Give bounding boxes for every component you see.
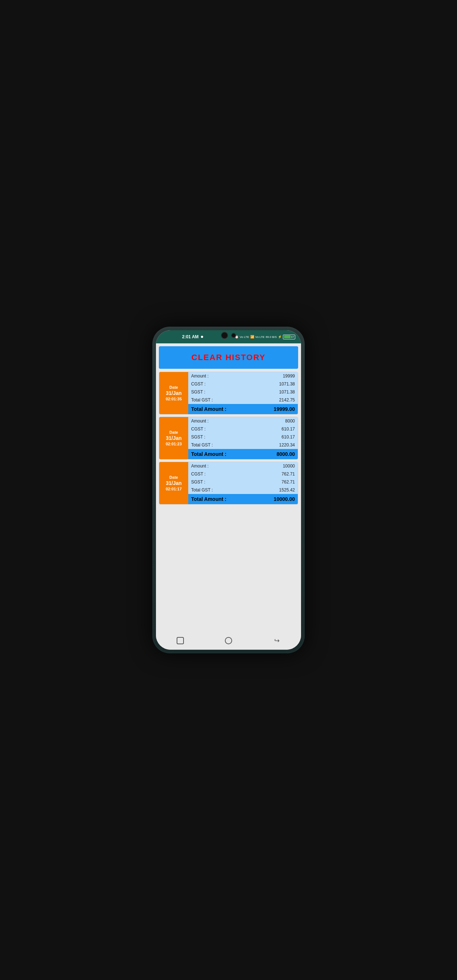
amount-row-2: Amount : 8000 bbox=[188, 417, 298, 425]
cgst-label-3: CGST : bbox=[191, 471, 206, 477]
phone-device: 2:01 AM ⏰ Vo LTE 📶 Vo LTE 69.0 B/S ⚡ 97 … bbox=[152, 327, 305, 653]
sgst-label-2: SGST : bbox=[191, 434, 205, 439]
total-gst-value-1: 2142.75 bbox=[279, 398, 295, 402]
status-left: 2:01 AM bbox=[162, 334, 203, 339]
total-amount-label-2: Total Amount : bbox=[191, 451, 226, 457]
detail-rows-1: Amount : 19999 CGST : 1071.38 SGST : 107… bbox=[188, 372, 298, 404]
sgst-row-2: SGST : 610.17 bbox=[188, 433, 298, 441]
cgst-label-2: CGST : bbox=[191, 426, 206, 431]
phone-screen: 2:01 AM ⏰ Vo LTE 📶 Vo LTE 69.0 B/S ⚡ 97 … bbox=[156, 330, 301, 650]
details-col-2: Amount : 8000 CGST : 610.17 SGST : 610.1… bbox=[188, 417, 298, 459]
nav-bar: ↩ bbox=[156, 632, 301, 650]
vo-lte-label: Vo LTE bbox=[240, 336, 249, 339]
sgst-value-3: 762.71 bbox=[281, 479, 295, 485]
total-amount-value-3: 10000.00 bbox=[274, 496, 295, 502]
detail-rows-2: Amount : 8000 CGST : 610.17 SGST : 610.1… bbox=[188, 417, 298, 449]
total-row-1: Total Amount : 19999.00 bbox=[188, 404, 298, 414]
total-amount-label-1: Total Amount : bbox=[191, 406, 226, 412]
cgst-row-1: CGST : 1071.38 bbox=[188, 380, 298, 388]
detail-rows-3: Amount : 10000 CGST : 762.71 SGST : 762.… bbox=[188, 462, 298, 494]
date-col-3: Date 31/Jan 02:01:17 bbox=[159, 462, 188, 504]
cgst-row-2: CGST : 610.17 bbox=[188, 425, 298, 433]
date-time-3: 02:01:17 bbox=[166, 487, 182, 491]
cgst-value-1: 1071.38 bbox=[279, 382, 295, 387]
total-gst-value-2: 1220.34 bbox=[279, 442, 295, 447]
status-right: ⏰ Vo LTE 📶 Vo LTE 69.0 B/S ⚡ 97 bbox=[235, 335, 295, 339]
header-title: CLEAR HISTORY bbox=[192, 353, 265, 362]
sgst-value-1: 1071.38 bbox=[279, 390, 295, 395]
camera-lens-left bbox=[221, 332, 228, 339]
vo-lte2-label: Vo LTE bbox=[255, 336, 265, 339]
record-card-2: Date 31/Jan 02:01:23 Amount : 8000 CGST … bbox=[159, 417, 298, 460]
total-gst-label-3: Total GST : bbox=[191, 487, 213, 493]
app-content: CLEAR HISTORY Date 31/Jan 02:01:35 Amoun… bbox=[156, 344, 301, 632]
sgst-label-1: SGST : bbox=[191, 390, 205, 395]
record-body-2: Date 31/Jan 02:01:23 Amount : 8000 CGST … bbox=[159, 417, 298, 459]
date-col-2: Date 31/Jan 02:01:23 bbox=[159, 417, 188, 459]
status-bar: 2:01 AM ⏰ Vo LTE 📶 Vo LTE 69.0 B/S ⚡ 97 bbox=[156, 330, 301, 344]
camera-lens-right bbox=[231, 333, 236, 338]
date-label-1: Date bbox=[170, 385, 178, 390]
status-time: 2:01 AM bbox=[182, 334, 199, 339]
battery-level: 97 bbox=[291, 336, 294, 339]
total-amount-label-3: Total Amount : bbox=[191, 496, 226, 502]
amount-row-3: Amount : 10000 bbox=[188, 462, 298, 470]
nav-home-button[interactable] bbox=[224, 636, 233, 646]
amount-value-2: 8000 bbox=[285, 418, 295, 423]
date-time-1: 02:01:35 bbox=[166, 397, 182, 401]
total-row-3: Total Amount : 10000.00 bbox=[188, 494, 298, 504]
details-col-1: Amount : 19999 CGST : 1071.38 SGST : 107… bbox=[188, 372, 298, 414]
signal-4g-icon: 📶 bbox=[250, 335, 254, 339]
amount-row-1: Amount : 19999 bbox=[188, 372, 298, 380]
amount-label-3: Amount : bbox=[191, 463, 209, 469]
speed-label: 69.0 B/S bbox=[265, 336, 277, 339]
total-gst-label-1: Total GST : bbox=[191, 398, 213, 402]
total-gst-row-2: Total GST : 1220.34 bbox=[188, 441, 298, 449]
battery-fill bbox=[284, 336, 290, 338]
amount-value-1: 19999 bbox=[283, 374, 295, 379]
cgst-row-3: CGST : 762.71 bbox=[188, 470, 298, 478]
sgst-value-2: 610.17 bbox=[281, 434, 295, 439]
details-col-3: Amount : 10000 CGST : 762.71 SGST : 762.… bbox=[188, 462, 298, 504]
amount-value-3: 10000 bbox=[283, 463, 295, 469]
date-day-3: 31/Jan bbox=[166, 480, 182, 486]
date-label-2: Date bbox=[170, 430, 178, 434]
amount-label-1: Amount : bbox=[191, 374, 209, 379]
date-day-2: 31/Jan bbox=[166, 435, 182, 441]
camera-area bbox=[221, 332, 236, 339]
total-gst-row-1: Total GST : 2142.75 bbox=[188, 396, 298, 404]
total-gst-row-3: Total GST : 1525.42 bbox=[188, 486, 298, 494]
date-time-2: 02:01:23 bbox=[166, 442, 182, 446]
date-col-1: Date 31/Jan 02:01:35 bbox=[159, 372, 188, 414]
home-icon bbox=[225, 637, 232, 644]
nav-back-button[interactable]: ↩ bbox=[272, 636, 282, 646]
date-label-3: Date bbox=[170, 475, 178, 479]
total-amount-value-2: 8000.00 bbox=[276, 451, 295, 457]
total-gst-label-2: Total GST : bbox=[191, 442, 213, 447]
record-card-1: Date 31/Jan 02:01:35 Amount : 19999 CGST… bbox=[159, 372, 298, 415]
amount-label-2: Amount : bbox=[191, 418, 209, 423]
lightning-icon: ⚡ bbox=[278, 335, 282, 339]
status-dot bbox=[201, 336, 203, 338]
header-banner[interactable]: CLEAR HISTORY bbox=[159, 346, 298, 369]
back-icon: ↩ bbox=[274, 636, 280, 644]
battery-icon: 97 bbox=[283, 335, 295, 339]
sgst-label-3: SGST : bbox=[191, 479, 205, 485]
nav-recent-button[interactable] bbox=[175, 636, 185, 646]
total-row-2: Total Amount : 8000.00 bbox=[188, 449, 298, 459]
recent-apps-icon bbox=[177, 637, 184, 644]
cgst-value-2: 610.17 bbox=[281, 426, 295, 431]
record-body-1: Date 31/Jan 02:01:35 Amount : 19999 CGST… bbox=[159, 372, 298, 414]
date-day-1: 31/Jan bbox=[166, 390, 182, 396]
record-body-3: Date 31/Jan 02:01:17 Amount : 10000 CGST… bbox=[159, 462, 298, 504]
sgst-row-3: SGST : 762.71 bbox=[188, 478, 298, 486]
record-card-3: Date 31/Jan 02:01:17 Amount : 10000 CGST… bbox=[159, 462, 298, 504]
cgst-value-3: 762.71 bbox=[281, 471, 295, 477]
sgst-row-1: SGST : 1071.38 bbox=[188, 388, 298, 396]
total-amount-value-1: 19999.00 bbox=[274, 406, 295, 412]
cgst-label-1: CGST : bbox=[191, 382, 206, 387]
total-gst-value-3: 1525.42 bbox=[279, 487, 295, 493]
